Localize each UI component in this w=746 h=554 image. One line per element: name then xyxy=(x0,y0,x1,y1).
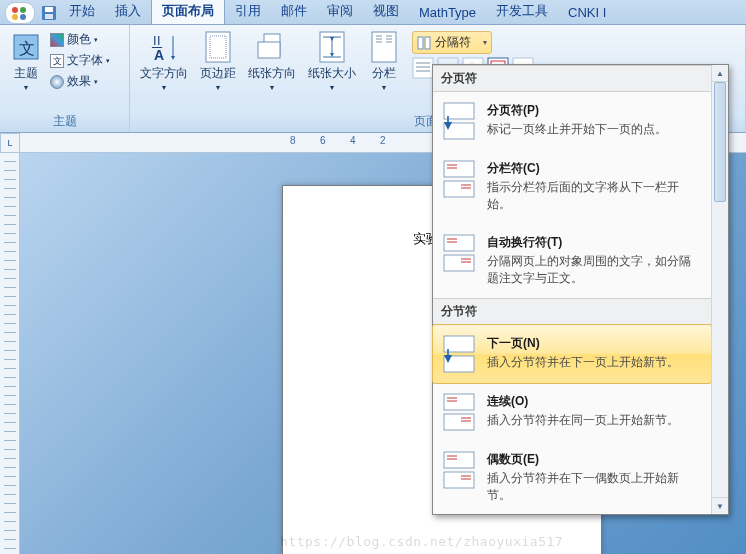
svg-rect-27 xyxy=(418,37,423,49)
break-option-desc: 标记一页终止并开始下一页的点。 xyxy=(487,121,701,138)
breaks-icon xyxy=(417,36,431,50)
tab-邮件[interactable]: 邮件 xyxy=(271,0,317,24)
svg-rect-20 xyxy=(372,32,396,62)
section-break-item-1[interactable]: 连续(O)插入分节符并在同一页上开始新节。 xyxy=(433,383,711,441)
breaks-dropdown: 分页符 分页符(P)标记一页终止并开始下一页的点。分栏符(C)指示分栏符后面的文… xyxy=(432,64,729,515)
break-option-desc: 指示分栏符后面的文字将从下一栏开始。 xyxy=(487,179,701,214)
svg-point-0 xyxy=(12,7,18,13)
break-option-title: 分栏符(C) xyxy=(487,160,701,177)
svg-rect-60 xyxy=(444,452,474,468)
ruler-tick-label: 8 xyxy=(290,135,296,146)
break-option-icon xyxy=(443,451,475,489)
scroll-up-icon[interactable]: ▲ xyxy=(712,65,728,82)
group-label-theme: 主题 xyxy=(0,111,129,132)
break-option-desc: 分隔网页上的对象周围的文字，如分隔题注文字与正文。 xyxy=(487,253,701,288)
breaks-button[interactable]: 分隔符▾ xyxy=(412,31,492,54)
theme-colors[interactable]: 颜色▾ xyxy=(50,31,110,48)
section-break-item-0[interactable]: 下一页(N)插入分节符并在下一页上开始新节。 xyxy=(432,324,712,384)
break-option-icon xyxy=(443,335,475,373)
section-break-item-2[interactable]: 偶数页(E)插入分节符并在下一偶数页上开始新节。 xyxy=(433,441,711,515)
svg-rect-41 xyxy=(444,181,474,197)
svg-point-3 xyxy=(20,14,26,20)
tab-视图[interactable]: 视图 xyxy=(363,0,409,24)
svg-rect-15 xyxy=(258,42,280,58)
svg-rect-28 xyxy=(425,37,430,49)
vertical-ruler[interactable] xyxy=(0,153,20,554)
tab-CNKI I[interactable]: CNKI I xyxy=(558,2,616,24)
tab-插入[interactable]: 插入 xyxy=(105,0,151,24)
svg-rect-46 xyxy=(444,235,474,251)
svg-text:文: 文 xyxy=(19,40,35,57)
svg-rect-29 xyxy=(413,58,433,78)
tab-页面布局[interactable]: 页面布局 xyxy=(151,0,225,24)
page-break-item-2[interactable]: 自动换行符(T)分隔网页上的对象周围的文字，如分隔题注文字与正文。 xyxy=(433,224,711,298)
page-size-button[interactable]: 纸张大小▼ xyxy=(304,29,360,91)
tab-审阅[interactable]: 审阅 xyxy=(317,0,363,24)
break-option-title: 分页符(P) xyxy=(487,102,701,119)
break-option-title: 自动换行符(T) xyxy=(487,234,701,251)
break-option-icon xyxy=(443,102,475,140)
svg-rect-6 xyxy=(45,14,53,19)
scroll-thumb[interactable] xyxy=(714,82,726,202)
ruler-tick-label: 4 xyxy=(350,135,356,146)
ruler-tick-label: 2 xyxy=(380,135,386,146)
break-option-desc: 插入分节符并在下一页上开始新节。 xyxy=(487,354,701,371)
break-option-icon xyxy=(443,234,475,272)
tab-开发工具[interactable]: 开发工具 xyxy=(486,0,558,24)
break-option-title: 下一页(N) xyxy=(487,335,701,352)
tab-开始[interactable]: 开始 xyxy=(59,0,105,24)
theme-effects[interactable]: 效果▾ xyxy=(50,73,110,90)
text-direction-button[interactable]: I̲I̲A 文字方向▼ xyxy=(136,29,192,91)
svg-point-1 xyxy=(20,7,26,13)
orientation-button[interactable]: 纸张方向▼ xyxy=(244,29,300,91)
ruler-tick-label: 6 xyxy=(320,135,326,146)
tab-MathType[interactable]: MathType xyxy=(409,2,486,24)
theme-fonts[interactable]: 文文字体▾ xyxy=(50,52,110,69)
break-option-desc: 插入分节符并在下一偶数页上开始新节。 xyxy=(487,470,701,505)
page-break-item-0[interactable]: 分页符(P)标记一页终止并开始下一页的点。 xyxy=(433,92,711,150)
margins-button[interactable]: 页边距▼ xyxy=(196,29,240,91)
tab-strip: 开始插入页面布局引用邮件审阅视图MathType开发工具CNKI I xyxy=(0,0,746,25)
page-break-item-1[interactable]: 分栏符(C)指示分栏符后面的文字将从下一栏开始。 xyxy=(433,150,711,224)
tab-引用[interactable]: 引用 xyxy=(225,0,271,24)
ruler-corner[interactable]: L xyxy=(0,133,20,153)
office-button[interactable] xyxy=(5,2,35,24)
svg-rect-61 xyxy=(444,472,474,488)
themes-button[interactable]: 文 主题 ▼ xyxy=(6,29,46,91)
scroll-down-icon[interactable]: ▼ xyxy=(712,497,728,514)
break-option-icon xyxy=(443,160,475,198)
break-option-title: 偶数页(E) xyxy=(487,451,701,468)
break-option-title: 连续(O) xyxy=(487,393,701,410)
svg-rect-54 xyxy=(444,394,474,410)
svg-point-2 xyxy=(12,14,18,20)
break-option-icon xyxy=(443,393,475,431)
svg-rect-47 xyxy=(444,255,474,271)
break-option-desc: 插入分节符并在同一页上开始新节。 xyxy=(487,412,701,429)
svg-rect-55 xyxy=(444,414,474,430)
svg-text:I̲I̲: I̲I̲ xyxy=(151,34,163,48)
svg-text:A: A xyxy=(154,47,164,63)
line-numbers-icon[interactable] xyxy=(412,57,434,79)
save-icon[interactable] xyxy=(41,5,57,21)
dropdown-section-page-breaks: 分页符 xyxy=(433,65,711,92)
svg-rect-5 xyxy=(45,7,53,12)
columns-button[interactable]: 分栏▼ xyxy=(364,29,404,91)
dropdown-scrollbar[interactable]: ▲ ▼ xyxy=(711,65,728,514)
watermark-text: https://blog.csdn.net/zhaoyuxia517 xyxy=(280,534,563,549)
svg-rect-40 xyxy=(444,161,474,177)
dropdown-section-section-breaks: 分节符 xyxy=(433,298,711,325)
